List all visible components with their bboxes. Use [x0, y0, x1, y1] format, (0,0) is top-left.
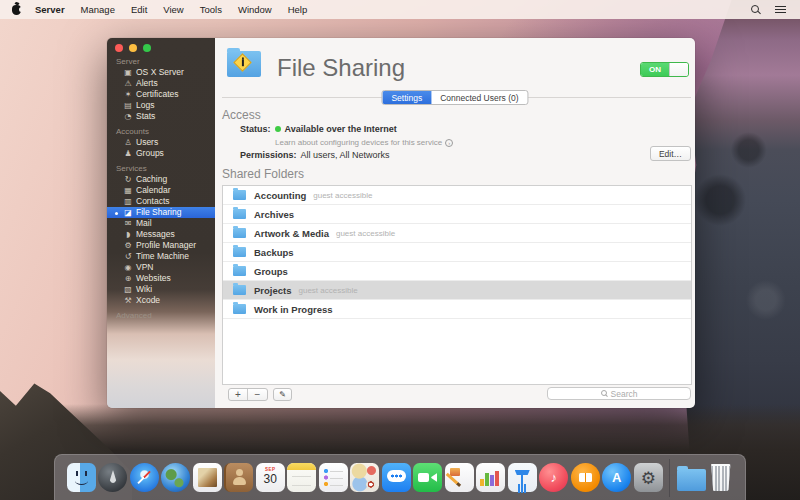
sidebar-item-messages[interactable]: ◗Messages: [107, 229, 215, 240]
search-icon: [601, 390, 608, 397]
folder-icon: [233, 190, 246, 200]
permissions-label: Permissions:: [240, 150, 297, 160]
menu-help[interactable]: Help: [280, 4, 316, 15]
help-link-icon[interactable]: ›: [445, 139, 453, 147]
tab-settings[interactable]: Settings: [382, 91, 431, 104]
dock-separator: [669, 459, 670, 497]
messages-icon: ◗: [123, 229, 133, 240]
sidebar-item-profile-manager[interactable]: ⚙Profile Manager: [107, 240, 215, 251]
folder-icon: [233, 228, 246, 238]
dock-mail-icon[interactable]: [193, 463, 222, 492]
guest-badge: guest accessible: [313, 191, 372, 200]
dock-contacts-icon[interactable]: [224, 463, 253, 492]
dock-safari-icon[interactable]: [130, 463, 159, 492]
dock-calendar-icon[interactable]: SEP 30: [256, 463, 285, 492]
close-button[interactable]: [115, 44, 123, 52]
shared-folders-heading: Shared Folders: [222, 167, 304, 181]
dock-finder-icon[interactable]: [67, 463, 96, 492]
server-app-window: Server ▣OS X Server ⚠Alerts ✶Certificate…: [107, 38, 695, 408]
sidebar-item-stats[interactable]: ◔Stats: [107, 111, 215, 122]
sidebar-section-advanced[interactable]: Advanced: [107, 311, 215, 321]
spotlight-icon[interactable]: [751, 5, 761, 15]
sidebar-item-file-sharing[interactable]: ◪File Sharing: [107, 207, 215, 218]
service-on-off-toggle[interactable]: ON: [640, 62, 689, 77]
sidebar-item-users[interactable]: ♙Users: [107, 137, 215, 148]
status-help-row: Learn about configuring devices for this…: [275, 138, 453, 147]
dock-notes-icon[interactable]: [287, 463, 316, 492]
menu-view[interactable]: View: [155, 4, 191, 15]
table-row-accounting[interactable]: Accountingguest accessible: [223, 186, 691, 205]
file-sharing-service-icon: [227, 51, 261, 77]
sidebar-section-accounts: Accounts: [107, 127, 215, 137]
dock-globe-icon[interactable]: [161, 463, 190, 492]
minimize-button[interactable]: [129, 44, 137, 52]
dock-ibooks-icon[interactable]: [571, 463, 600, 492]
sidebar-item-contacts[interactable]: ▥Contacts: [107, 196, 215, 207]
sidebar-item-groups[interactable]: ♟Groups: [107, 148, 215, 159]
edit-folder-button[interactable]: ✎: [273, 388, 292, 401]
dock-numbers-icon[interactable]: [476, 463, 505, 492]
guest-badge: guest accessible: [299, 286, 358, 295]
apple-menu-icon[interactable]: [12, 5, 21, 15]
dock-reminders-icon[interactable]: [319, 463, 348, 492]
gear-icon: ⚙: [123, 240, 133, 251]
table-row-archives[interactable]: Archives: [223, 205, 691, 224]
dock-downloads-folder-icon[interactable]: [677, 469, 706, 491]
dock-app-store-icon[interactable]: A: [602, 463, 631, 492]
search-placeholder: Search: [611, 389, 638, 399]
log-icon: ▤: [123, 100, 133, 111]
status-value: Available over the Internet: [285, 124, 397, 134]
dock-system-preferences-icon[interactable]: ⚙: [634, 463, 663, 492]
calendar-day-label: 30: [264, 473, 277, 485]
dock-trash-icon[interactable]: [710, 464, 731, 491]
sidebar-section-server: Server: [107, 57, 215, 67]
dock-maps-icon[interactable]: [350, 463, 379, 492]
dock-launchpad-icon[interactable]: [98, 463, 127, 492]
edit-permissions-button[interactable]: Edit…: [650, 146, 691, 161]
tab-connected-users[interactable]: Connected Users (0): [431, 91, 527, 104]
table-row-groups[interactable]: Groups: [223, 262, 691, 281]
pedestrian-sign-icon: [233, 53, 251, 71]
dock-keynote-icon[interactable]: [508, 463, 537, 492]
permissions-value: All users, All Networks: [301, 150, 390, 160]
sidebar-item-calendar[interactable]: ▦Calendar: [107, 185, 215, 196]
menu-window[interactable]: Window: [230, 4, 280, 15]
dock-facetime-icon[interactable]: [413, 463, 442, 492]
notification-center-icon[interactable]: [775, 6, 786, 14]
table-row-artwork-media[interactable]: Artwork & Mediaguest accessible: [223, 224, 691, 243]
search-field[interactable]: Search: [547, 387, 691, 400]
status-green-dot: [275, 126, 281, 132]
sidebar-item-mail[interactable]: ✉Mail: [107, 218, 215, 229]
sidebar-item-xcode[interactable]: ⚒Xcode: [107, 295, 215, 306]
certificate-icon: ✶: [123, 89, 133, 100]
permissions-row: Permissions: All users, All Networks: [240, 150, 390, 160]
menu-edit[interactable]: Edit: [123, 4, 155, 15]
page-title: File Sharing: [277, 54, 405, 82]
add-folder-button[interactable]: +: [229, 389, 248, 400]
table-row-work-in-progress[interactable]: Work in Progress: [223, 300, 691, 319]
sidebar-item-logs[interactable]: ▤Logs: [107, 100, 215, 111]
sidebar-item-wiki[interactable]: ▧Wiki: [107, 284, 215, 295]
dock-pages-icon[interactable]: [445, 463, 474, 492]
sidebar-item-certificates[interactable]: ✶Certificates: [107, 89, 215, 100]
table-row-projects[interactable]: Projectsguest accessible: [223, 281, 691, 300]
sidebar-item-websites[interactable]: ⊕Websites: [107, 273, 215, 284]
dock-messages-icon[interactable]: [382, 463, 411, 492]
table-row-backups[interactable]: Backups: [223, 243, 691, 262]
sidebar-nav: Server ▣OS X Server ⚠Alerts ✶Certificate…: [107, 57, 215, 321]
sidebar-item-time-machine[interactable]: ↺Time Machine: [107, 251, 215, 262]
remove-folder-button[interactable]: −: [248, 389, 267, 400]
menu-tools[interactable]: Tools: [192, 4, 230, 15]
folder-icon: [233, 285, 246, 295]
dock-itunes-icon[interactable]: ♪: [539, 463, 568, 492]
sidebar-item-os-x-server[interactable]: ▣OS X Server: [107, 67, 215, 78]
menu-manage[interactable]: Manage: [73, 4, 123, 15]
sidebar-item-caching[interactable]: ↻Caching: [107, 174, 215, 185]
status-label: Status:: [240, 124, 271, 134]
sidebar-item-alerts[interactable]: ⚠Alerts: [107, 78, 215, 89]
group-icon: ♟: [123, 148, 133, 159]
zoom-button[interactable]: [143, 44, 151, 52]
menu-server[interactable]: Server: [27, 4, 73, 15]
main-pane: File Sharing ON Settings Connected Users…: [215, 38, 695, 408]
sidebar-item-vpn[interactable]: ◉VPN: [107, 262, 215, 273]
